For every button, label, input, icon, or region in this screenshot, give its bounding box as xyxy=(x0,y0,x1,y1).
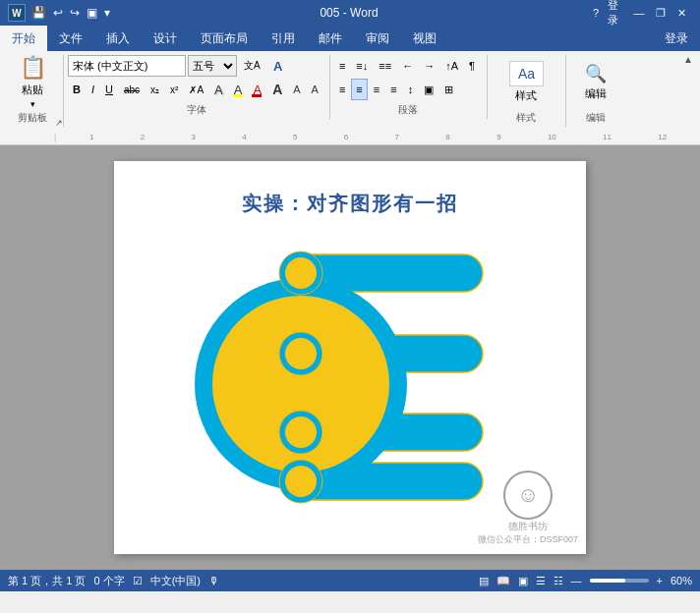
zoom-percent: 60% xyxy=(671,575,692,586)
clipboard-expand[interactable]: ↗ xyxy=(55,118,63,128)
paragraph-group-label: 段落 xyxy=(334,100,483,117)
tab-mail[interactable]: 邮件 xyxy=(307,26,354,51)
watermark-sub: 微信公众平台：DSSF007 xyxy=(478,533,578,546)
document-title: 实操：对齐图形有一招 xyxy=(242,191,458,217)
close-btn[interactable]: ✕ xyxy=(672,3,692,23)
help-btn[interactable]: ? xyxy=(586,3,606,23)
shading-btn[interactable]: ▣ xyxy=(419,79,438,100)
tab-design[interactable]: 设计 xyxy=(142,26,189,51)
page-info: 第 1 页，共 1 页 xyxy=(8,574,86,588)
tab-insert[interactable]: 插入 xyxy=(94,26,142,51)
editing-group-label: 编辑 xyxy=(570,108,621,125)
bullets-btn[interactable]: ≡ xyxy=(334,55,350,77)
align-left-btn[interactable]: ≡ xyxy=(334,79,350,100)
font-size-select[interactable]: 五号 xyxy=(188,55,237,77)
clipboard-group-label: 剪贴板 xyxy=(6,108,59,125)
login-ribbon-btn[interactable]: 登录 xyxy=(653,26,700,51)
tab-layout[interactable]: 页面布局 xyxy=(189,26,260,51)
align-center-btn[interactable]: ≡ xyxy=(351,79,367,100)
document-graphic xyxy=(183,237,517,512)
numbering-btn[interactable]: ≡↓ xyxy=(351,55,373,77)
tab-view[interactable]: 视图 xyxy=(401,26,448,51)
font-group-label: 字体 xyxy=(68,100,325,117)
borders-btn[interactable]: ⊞ xyxy=(439,79,458,100)
document-page: 实操：对齐图形有一招 xyxy=(114,161,586,554)
align-right-btn[interactable]: ≡ xyxy=(369,79,384,100)
status-right: ▤ 📖 ▣ ☰ ☷ — + 60% xyxy=(479,575,692,587)
sort-btn[interactable]: ↑A xyxy=(440,55,463,77)
zoom-slider[interactable] xyxy=(590,579,649,583)
zoom-out-btn[interactable]: — xyxy=(571,575,582,586)
title-bar: W 💾 ↩ ↪ ▣ ▾ 005 - Word ? 登录 — ❐ ✕ xyxy=(0,0,700,26)
view-draft-btn[interactable]: ☷ xyxy=(554,575,563,587)
status-bar: 第 1 页，共 1 页 0 个字 ☑ 中文(中国) 🎙 ▤ 📖 ▣ ☰ ☷ — … xyxy=(0,570,700,591)
macro-icon[interactable]: 🎙 xyxy=(208,575,219,586)
watermark-brand: 德胜书坊 xyxy=(508,520,548,533)
customize-quick-btn[interactable]: ▾ xyxy=(102,4,112,22)
watermark-icon: ☺ xyxy=(503,471,553,520)
tab-references[interactable]: 引用 xyxy=(260,26,307,51)
redo-quick-btn[interactable]: ↪ xyxy=(68,4,82,22)
title-bar-right: ? 登录 — ❐ ✕ xyxy=(586,3,692,23)
alignment-graphic xyxy=(183,237,517,512)
small-circle-mid-top-fill xyxy=(285,338,317,369)
title-bar-left: W 💾 ↩ ↪ ▣ ▾ xyxy=(8,4,112,22)
save-quick-btn[interactable]: 💾 xyxy=(29,4,48,22)
paste-button[interactable]: 📋 粘贴 ▾ xyxy=(6,55,59,108)
view-normal-btn[interactable]: ▤ xyxy=(479,575,489,587)
tab-review[interactable]: 审阅 xyxy=(354,26,401,51)
line-spacing-btn[interactable]: ↕ xyxy=(403,79,419,100)
zoom-in-btn[interactable]: + xyxy=(657,575,663,586)
document-area: 实操：对齐图形有一招 xyxy=(0,145,700,570)
clear-format-btn[interactable]: ✗A xyxy=(184,79,208,100)
watermark: ☺ 德胜书坊 微信公众平台：DSSF007 xyxy=(478,471,578,546)
strikethrough-btn[interactable]: abc xyxy=(119,79,145,100)
tab-file[interactable]: 文件 xyxy=(47,26,94,51)
subscript-btn[interactable]: x₂ xyxy=(146,79,164,100)
view-outline-btn[interactable]: ☰ xyxy=(536,575,546,587)
italic-btn[interactable]: I xyxy=(87,79,99,100)
bold-btn[interactable]: B xyxy=(68,79,86,100)
styles-btn[interactable]: Aa 样式 xyxy=(502,55,551,108)
ribbon-content: 📋 粘贴 ▾ 剪贴板 ↗ 五号 文A A B I U abc x₂ xyxy=(0,51,700,130)
login-btn[interactable]: 登录 xyxy=(608,3,627,23)
editing-btn[interactable]: 🔍 编辑 xyxy=(578,55,613,108)
paragraph-group: ≡ ≡↓ ≡≡ ← → ↑A ¶ ≡ ≡ ≡ ≡ ↕ ▣ ⊞ 段落 xyxy=(330,55,488,119)
view-read-btn[interactable]: 📖 xyxy=(496,575,510,587)
font-name-input[interactable] xyxy=(68,55,186,77)
minimize-btn[interactable]: — xyxy=(629,3,649,23)
styles-group-label: 样式 xyxy=(492,108,561,125)
word-app-icon: W xyxy=(8,4,26,22)
undo-quick-btn[interactable]: ↩ xyxy=(51,4,65,22)
small-circle-top-fill xyxy=(285,257,317,289)
increase-indent-btn[interactable]: → xyxy=(419,55,439,77)
language-info: 中文(中国) xyxy=(150,574,201,588)
styles-group: Aa 样式 样式 xyxy=(488,55,566,127)
font-larger-btn[interactable]: A xyxy=(267,79,287,100)
clipboard-group: 📋 粘贴 ▾ 剪贴板 ↗ xyxy=(2,55,64,127)
decrease-indent-btn[interactable]: ← xyxy=(397,55,418,77)
char-spacing-btn[interactable]: A xyxy=(307,79,325,100)
multilevel-btn[interactable]: ≡≡ xyxy=(374,55,396,77)
small-circle-mid-bot-fill xyxy=(285,417,317,448)
print-preview-quick-btn[interactable]: ▣ xyxy=(85,4,99,22)
editing-group: 🔍 编辑 编辑 xyxy=(566,55,625,127)
font-color-btn[interactable]: A xyxy=(248,79,266,100)
collapse-ribbon-btn[interactable]: ▲ xyxy=(680,51,696,67)
tab-home[interactable]: 开始 xyxy=(0,26,47,51)
justify-btn[interactable]: ≡ xyxy=(385,79,401,100)
font-group: 五号 文A A B I U abc x₂ x² ✗A A A A xyxy=(64,55,330,119)
underline-btn[interactable]: U xyxy=(100,79,118,100)
font-smaller-btn[interactable]: A xyxy=(288,79,305,100)
highlight-btn[interactable]: A xyxy=(229,79,248,100)
text-effect-btn[interactable]: A xyxy=(209,79,228,100)
word-count: 0 个字 xyxy=(93,574,124,588)
restore-btn[interactable]: ❐ xyxy=(651,3,671,23)
font-aa-btn[interactable]: A xyxy=(268,55,287,77)
quick-access-toolbar: 💾 ↩ ↪ ▣ ▾ xyxy=(29,4,112,22)
font-size-number-btn[interactable]: 文A xyxy=(239,55,266,77)
view-page-btn[interactable]: ▣ xyxy=(518,575,528,587)
show-marks-btn[interactable]: ¶ xyxy=(464,55,480,77)
proof-icon[interactable]: ☑ xyxy=(133,575,143,587)
superscript-btn[interactable]: x² xyxy=(165,79,183,100)
